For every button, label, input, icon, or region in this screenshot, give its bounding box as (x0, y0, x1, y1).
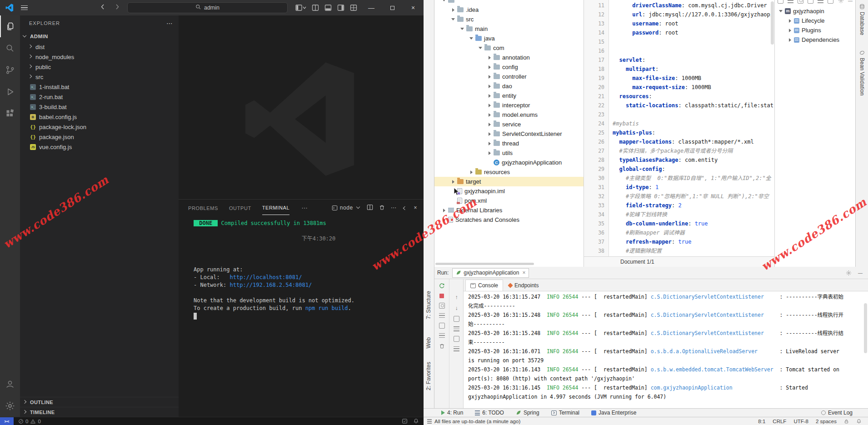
project-tree-item-thread[interactable]: thread (434, 139, 584, 148)
command-center-search[interactable]: admin (127, 2, 288, 13)
explorer-folder-public[interactable]: public (20, 62, 179, 72)
toolwindow-run-button[interactable]: 4: Run (441, 410, 463, 416)
editor-line[interactable]: 14 password: root (584, 28, 775, 37)
editor-line[interactable]: 33 field-strategy: 2 (584, 201, 775, 210)
toolwindow-structure[interactable]: 7: Structure (425, 291, 432, 319)
maven-toolbar-icon[interactable] (798, 0, 803, 4)
customize-layout-icon[interactable] (295, 4, 306, 11)
editor-line[interactable]: 25mybatis-plus: (584, 128, 775, 137)
split-editor-icon[interactable] (312, 4, 319, 11)
editor-line[interactable]: 16 (584, 46, 775, 55)
remote-indicator[interactable]: >< (0, 417, 14, 425)
terminal-url-link[interactable]: http://192.168.2.54:8081/ (229, 282, 312, 288)
account-icon[interactable] (0, 373, 20, 395)
editor-line[interactable]: 31 id-type: 1 (584, 183, 775, 192)
editor-line[interactable]: 28 typeAliasesPackage: com.entity (584, 155, 775, 165)
run-toolbar-icon[interactable] (439, 333, 445, 338)
menu-icon[interactable] (21, 5, 28, 10)
editor-line[interactable]: 15 (584, 37, 775, 46)
source-control-icon[interactable] (0, 59, 20, 81)
editor-line[interactable]: 38 #逻辑删除配置 (584, 246, 775, 255)
editor-line[interactable]: 29 global-config: (584, 165, 775, 174)
editor-line[interactable]: 34 #驼峰下划线转换 (584, 210, 775, 219)
editor-line[interactable]: 21 resources: (584, 92, 775, 101)
project-tree-item-.idea[interactable]: .idea (434, 5, 584, 15)
editor-line[interactable]: 17 servlet: (584, 55, 775, 65)
project-tree-item-annotation[interactable]: annotation (434, 53, 584, 62)
explorer-file-vue.config.js[interactable]: JSvue.config.js (20, 142, 179, 152)
status-icon[interactable] (402, 418, 408, 424)
explorer-icon[interactable] (0, 15, 20, 37)
project-tree-item-gxjyzhaopinApplication[interactable]: gxjyzhaopinApplication (434, 158, 584, 167)
line-ending[interactable]: CRLF (773, 419, 786, 424)
editor-line[interactable]: 37 refresh-mapper: true (584, 237, 775, 246)
maven-toolbar-icon[interactable] (808, 0, 813, 4)
horizontal-scrollbar[interactable] (435, 263, 534, 265)
project-tree-item-root[interactable] (434, 0, 584, 5)
terminal-output[interactable]: DONE Compiled successfully in 13881ms 下午… (179, 216, 424, 417)
yaml-editor[interactable]: 11 driverClassName: com.mysql.cj.jdbc.Dr… (584, 0, 775, 267)
project-root-row[interactable]: ADMIN (20, 31, 179, 42)
layout-grid-icon[interactable] (350, 4, 357, 11)
search-sidebar-icon[interactable] (0, 37, 20, 59)
panel-more-icon[interactable]: ⋯ (301, 204, 308, 211)
tab-problems[interactable]: PROBLEMS (188, 201, 218, 215)
thread-dump-button[interactable] (439, 303, 445, 309)
console-toolbar-icon[interactable] (454, 346, 459, 351)
statusbar-icon[interactable] (427, 419, 432, 424)
maven-settings-gear-icon[interactable] (838, 0, 844, 4)
explorer-file-1-install.bat[interactable]: >_1-install.bat (20, 82, 179, 92)
project-tree-item-target[interactable]: target (434, 177, 584, 186)
hide-run-panel-icon[interactable]: — (858, 270, 863, 275)
soft-wrap-icon[interactable] (454, 316, 459, 322)
project-tree-item-controller[interactable]: controller (434, 72, 584, 81)
toolwindow-web[interactable]: Web (425, 337, 432, 348)
maven-dependencies[interactable]: Dependencies (775, 35, 855, 45)
minimize-button[interactable]: — (361, 0, 382, 15)
explorer-folder-src[interactable]: src (20, 72, 179, 82)
explorer-file-package.json[interactable]: {}package.json (20, 132, 179, 142)
project-tree-item-ServletContextListener[interactable]: ServletContextListener (434, 129, 584, 139)
settings-gear-icon[interactable] (0, 395, 20, 417)
run-toolbar-icon[interactable] (439, 313, 445, 318)
print-icon[interactable] (454, 336, 459, 342)
console-scrollbar[interactable] (864, 303, 867, 353)
run-console-output[interactable]: 2025-03-20 16:31:15.247 INFO 26544 --- [… (464, 291, 868, 408)
explorer-file-3-build.bat[interactable]: >_3-build.bat (20, 102, 179, 112)
project-tree-item-interceptor[interactable]: interceptor (434, 100, 584, 110)
stop-button[interactable] (439, 294, 444, 298)
close-button[interactable]: × (403, 0, 424, 15)
editor-line[interactable]: 11 driverClassName: com.mysql.cj.jdbc.Dr… (584, 1, 775, 10)
project-tree-item-com[interactable]: com (434, 43, 584, 53)
run-toolbar-icon[interactable] (439, 323, 445, 329)
editor-line[interactable]: 27 #实体扫描，多个package用逗号或者分号分隔 (584, 146, 775, 155)
maximize-button[interactable] (382, 0, 403, 15)
project-tree-item-utils[interactable]: utils (434, 148, 584, 158)
caret-position[interactable]: 8:1 (758, 419, 765, 424)
maven-lifecycle[interactable]: Lifecycle (775, 16, 855, 25)
terminal-url-link[interactable]: http://localhost:8081/ (229, 274, 302, 280)
maven-hide-icon[interactable]: — (848, 0, 853, 3)
editor-line[interactable]: 32 #字段策略 0:"忽略判断",1:"非 NULL 判断"),2:"非空 (584, 192, 775, 201)
rerun-button[interactable] (439, 283, 445, 289)
project-tree-item-src[interactable]: src (434, 15, 584, 24)
editor-line[interactable]: 24#mybatis (584, 119, 775, 128)
run-debug-icon[interactable] (0, 81, 20, 103)
explorer-folder-dist[interactable]: dist (20, 42, 179, 52)
project-tree-item-service[interactable]: service (434, 120, 584, 129)
project-tree-item-model.enums[interactable]: model.enums (434, 110, 584, 120)
panel-actions-more-icon[interactable]: ⋯ (391, 205, 397, 211)
lock-icon[interactable] (844, 419, 849, 424)
event-log-button[interactable]: Event Log (821, 410, 853, 416)
project-tree-item-main[interactable]: main (434, 24, 584, 34)
close-run-tab-icon[interactable]: × (522, 270, 525, 276)
project-tree-item-java[interactable]: java (434, 34, 584, 43)
editor-scrollbar[interactable] (771, 1, 774, 45)
editor-line[interactable]: 13 username: root (584, 19, 775, 28)
maven-plugins[interactable]: Plugins (775, 25, 855, 35)
project-tree-item-dao[interactable]: dao (434, 81, 584, 91)
maven-refresh-icon[interactable] (778, 0, 783, 4)
problems-status[interactable]: 0 0 (18, 419, 41, 424)
explorer-file-2-run.bat[interactable]: >_2-run.bat (20, 92, 179, 102)
forward-icon[interactable] (114, 3, 121, 12)
